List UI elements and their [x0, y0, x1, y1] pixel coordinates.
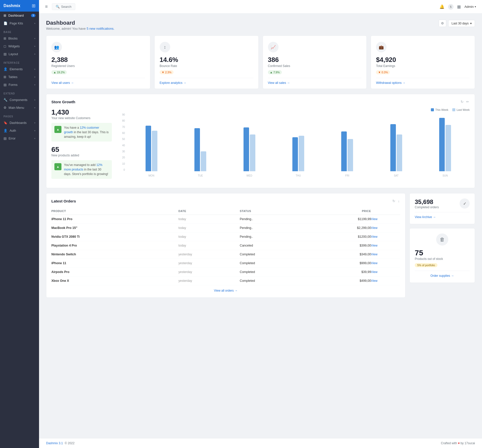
view-order-link[interactable]: View — [371, 279, 377, 283]
notifications-link[interactable]: 5 new notifications. — [87, 27, 115, 30]
order-view[interactable]: View — [371, 224, 400, 232]
blocks-icon: ⊞ — [4, 37, 6, 40]
bar-last-week — [348, 139, 353, 171]
products-up-icon: ▲ — [54, 163, 61, 170]
sidebar: Dashmix ⊞ ⊞ Dashboard 9 📄 Page Kits ▾ BA… — [0, 0, 39, 448]
table-row: Nvidia GTX 2080 Ti today Pending.. $1200… — [51, 232, 400, 241]
sidebar-item-blocks[interactable]: ⊞Blocks ▾ — [0, 35, 39, 42]
sidebar-item-page-kits[interactable]: 📄 Page Kits ▾ — [0, 19, 39, 27]
view-order-link[interactable]: View — [371, 235, 377, 238]
admin-label: Admin — [464, 5, 474, 9]
notification-bell-button[interactable]: 🔔 — [439, 4, 444, 9]
section-label-base: BASE — [0, 27, 39, 35]
order-view[interactable]: View — [371, 250, 400, 259]
explore-analytics-link[interactable]: Explore analytics → — [160, 78, 253, 85]
users-value: 2,388 — [51, 56, 145, 64]
settings-gear-button[interactable]: ⚙ — [439, 20, 446, 27]
order-status: Canceled — [240, 241, 308, 250]
view-order-link[interactable]: View — [371, 244, 377, 247]
users-icon: 👥 — [51, 42, 62, 52]
sidebar-item-layout[interactable]: ▤Layout ▾ — [0, 50, 39, 58]
growth-stats-panel: 1,430 Your new website Customers ▲ You h… — [51, 108, 117, 183]
stat-card-sales: 📈 386 Confirmed Sales ▲ 7.9% View all sa… — [263, 36, 367, 89]
sidebar-item-tables[interactable]: ⊞Tables ▾ — [0, 73, 39, 81]
store-growth-body: 1,430 Your new website Customers ▲ You h… — [51, 108, 470, 183]
order-view[interactable]: View — [371, 241, 400, 250]
x-label: MON — [127, 173, 176, 179]
sidebar-item-auth[interactable]: 👤Auth ▾ — [0, 127, 39, 134]
order-view[interactable]: View — [371, 277, 400, 285]
order-supplies-link[interactable]: Order supplies → — [415, 271, 470, 278]
hamburger-menu-button[interactable]: ≡ — [45, 4, 48, 9]
section-label-extend: EXTEND — [0, 89, 39, 96]
refresh-icon-button[interactable]: ↻ — [460, 99, 464, 104]
grid-view-button[interactable]: ▦ — [457, 4, 461, 9]
view-all-orders-link[interactable]: View all orders → — [214, 289, 238, 292]
chart-day-group — [274, 136, 323, 171]
orders-refresh-button[interactable]: ↻ — [392, 198, 396, 203]
view-order-link[interactable]: View — [371, 270, 377, 274]
date-range-button[interactable]: Last 30 days ▾ — [448, 20, 475, 27]
products-growth-link[interactable]: 12% more products — [64, 163, 102, 171]
sidebar-item-components[interactable]: 🔧Components ▾ — [0, 96, 39, 104]
sidebar-item-error[interactable]: ▤Error ▾ — [0, 134, 39, 142]
chevron-icon: ▾ — [34, 129, 36, 132]
view-order-link[interactable]: View — [371, 261, 377, 265]
order-view[interactable]: View — [371, 215, 400, 224]
check-circle-icon: ✓ — [460, 198, 470, 209]
bar-this-week — [244, 127, 249, 171]
order-view[interactable]: View — [371, 268, 400, 277]
x-label: WED — [225, 173, 274, 179]
edit-icon-button[interactable]: ✏ — [466, 99, 470, 104]
footer-brand-link[interactable]: Dashmix 3.1 — [46, 441, 63, 445]
view-order-link[interactable]: View — [371, 217, 377, 221]
order-view[interactable]: View — [371, 259, 400, 268]
dashboard-header: Dashboard Welcome, admin! You have 5 new… — [46, 20, 475, 30]
sidebar-item-forms[interactable]: ▤Forms ▾ — [0, 81, 39, 89]
table-row: iPhone 11 Pro today Pending.. $1199,99 V… — [51, 215, 400, 224]
chevron-icon: ▾ — [34, 22, 36, 25]
order-product: Xbox One X — [51, 277, 178, 285]
order-date: yesterday — [178, 259, 239, 268]
right-cards-panel: 35,698 Completed orders ✓ View Archive →… — [409, 193, 475, 298]
orders-filter-button[interactable]: ↓ — [397, 198, 400, 203]
x-label: SUN — [421, 173, 470, 179]
sidebar-item-main-menu[interactable]: ⚙Main Menu ▾ — [0, 104, 39, 112]
chart-day-group — [225, 127, 274, 171]
order-date: yesterday — [178, 250, 239, 259]
sidebar-item-widgets[interactable]: ◻Widgets ▾ — [0, 42, 39, 50]
sidebar-item-elements[interactable]: 👤Elements ▾ — [0, 65, 39, 73]
order-date: today — [178, 241, 239, 250]
earnings-label: Total Earnings — [376, 64, 470, 68]
order-view[interactable]: View — [371, 232, 400, 241]
chevron-icon: ▾ — [34, 68, 36, 71]
chevron-icon: ▾ — [34, 76, 36, 78]
sidebar-item-dashboard[interactable]: ⊞ Dashboard 9 — [0, 12, 39, 19]
view-order-link[interactable]: View — [371, 253, 377, 256]
products-info-box: ▲ You've managed to add 12% more product… — [51, 160, 112, 179]
out-of-stock-card: 🗑 75 Products out of stock 5% of portfol… — [409, 228, 475, 283]
customers-info-box: ▲ You have a 12% customer growth in the … — [51, 123, 112, 142]
order-price: $349,00 — [308, 250, 371, 259]
x-label: FRI — [323, 173, 372, 179]
view-order-link[interactable]: View — [371, 226, 377, 230]
search-button[interactable]: 🔍 Search — [52, 3, 75, 10]
view-all-users-link[interactable]: View all users → — [51, 78, 145, 85]
admin-dropdown-button[interactable]: Admin ▾ — [464, 5, 476, 9]
withdrawal-options-link[interactable]: Withdrawal options → — [376, 78, 470, 85]
customer-growth-link[interactable]: 12% customer growth — [64, 126, 99, 134]
products-value: 65 — [51, 146, 112, 154]
heart-icon: ♥ — [458, 441, 460, 445]
widgets-icon: ◻ — [4, 44, 6, 48]
sidebar-item-dashboards[interactable]: 🔖Dashboards ▾ — [0, 119, 39, 127]
bar-chart: 90 80 70 60 50 40 30 20 10 0 — [117, 113, 470, 179]
view-archive-link[interactable]: View Archive → — [415, 212, 470, 219]
stat-card-earnings: 💼 $4,920 Total Earnings ▼ 0.3% Withdrawa… — [371, 36, 475, 89]
chevron-icon: ▾ — [34, 53, 36, 55]
bar-last-week — [152, 131, 157, 171]
forms-icon: ▤ — [4, 83, 7, 87]
order-price: $499,00 — [308, 277, 371, 285]
stat-card-users: 👥 2,388 Registered Users ▲ 19.2% View al… — [46, 36, 150, 89]
view-all-sales-link[interactable]: View all sales → — [268, 78, 362, 85]
users-badge: ▲ 19.2% — [51, 70, 67, 74]
